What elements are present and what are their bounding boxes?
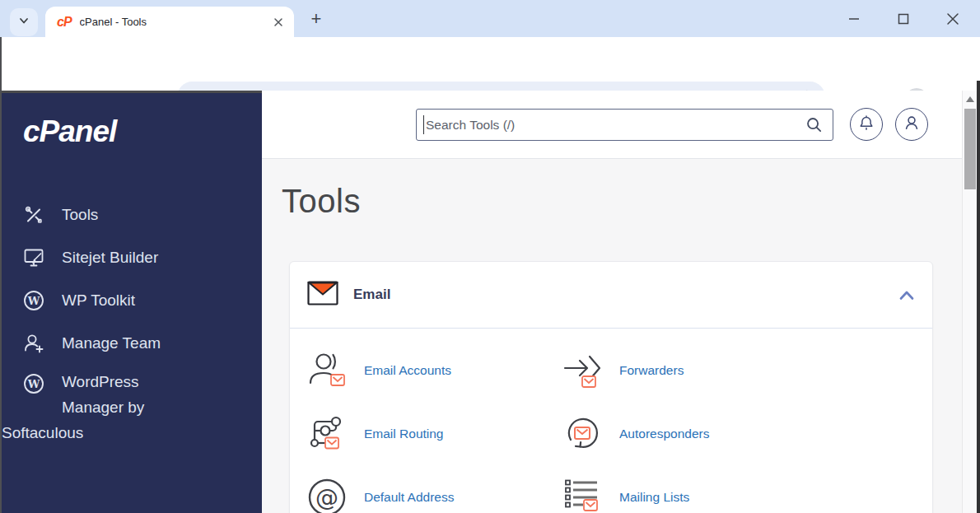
tab-title: cPanel - Tools bbox=[80, 16, 271, 28]
sidebar-nav: Tools Sitejet Builder W WP Toolkit bbox=[0, 194, 262, 452]
search-input[interactable] bbox=[416, 109, 833, 141]
window-left-edge bbox=[0, 37, 2, 513]
account-button[interactable] bbox=[895, 108, 928, 141]
bell-icon bbox=[857, 114, 875, 135]
sidebar-item-label: Sitejet Builder bbox=[62, 249, 158, 267]
window-close-button[interactable] bbox=[941, 7, 964, 30]
window-maximize-button[interactable] bbox=[892, 7, 915, 30]
sidebar-item-label-line1: WordPress bbox=[62, 369, 257, 394]
tools-grid: Email Accounts Forwarders bbox=[290, 329, 932, 513]
sidebar-item-tools[interactable]: Tools bbox=[0, 194, 262, 236]
sidebar-item-label-line2: Manager by bbox=[62, 394, 257, 420]
page-title: Tools bbox=[282, 183, 962, 220]
browser-window: cP cPanel - Tools + bbox=[0, 0, 980, 513]
tab-close-icon[interactable] bbox=[271, 15, 286, 30]
mailing-lists-icon bbox=[562, 478, 603, 513]
sidebar-item-wp-toolkit[interactable]: W WP Toolkit bbox=[0, 279, 262, 322]
tool-default-address[interactable]: @ Default Address bbox=[290, 465, 545, 513]
cpanel-favicon-icon: cP bbox=[57, 15, 72, 30]
search-field-wrap bbox=[416, 109, 833, 141]
tool-email-accounts[interactable]: Email Accounts bbox=[290, 338, 545, 402]
tool-label: Default Address bbox=[364, 490, 454, 505]
sidebar-item-label-line3: Softaculous bbox=[2, 420, 257, 445]
tool-forwarders[interactable]: Forwarders bbox=[545, 338, 932, 402]
main-area: Tools Email bbox=[262, 91, 962, 513]
tool-label: Autoresponders bbox=[619, 427, 709, 441]
cpanel-logo[interactable]: cPanel bbox=[23, 114, 116, 149]
tool-email-routing[interactable]: Email Routing bbox=[290, 402, 545, 465]
browser-toolbar: ahsanulkabir.com:2083/cpsess6228661865/f… bbox=[0, 37, 980, 91]
tools-icon bbox=[23, 204, 44, 226]
sidebar: cPanel Tools Sitejet Builder W bbox=[0, 91, 262, 513]
email-envelope-icon bbox=[307, 281, 338, 309]
cpanel-page: cPanel Tools Sitejet Builder W bbox=[0, 91, 980, 513]
user-icon bbox=[903, 114, 921, 135]
sidebar-item-label: Tools bbox=[62, 206, 98, 224]
page-header bbox=[262, 91, 962, 159]
section-label: Email bbox=[353, 287, 390, 303]
scrollbar-up-arrow[interactable] bbox=[966, 96, 974, 102]
wordpress-icon: W bbox=[23, 373, 44, 394]
email-accounts-icon bbox=[306, 351, 348, 390]
manage-team-icon bbox=[23, 333, 44, 354]
autoresponders-icon bbox=[562, 414, 603, 454]
window-minimize-button[interactable] bbox=[842, 7, 866, 30]
chevron-down-icon bbox=[18, 15, 30, 30]
sidebar-item-wordpress-manager[interactable]: W WordPress Manager by Softaculous bbox=[0, 365, 262, 452]
page-scrollbar[interactable] bbox=[962, 91, 977, 513]
new-tab-button[interactable]: + bbox=[305, 7, 328, 30]
collapse-section-button[interactable] bbox=[899, 290, 914, 301]
scrollbar-thumb[interactable] bbox=[964, 109, 976, 189]
sidebar-item-label: Manage Team bbox=[62, 334, 161, 352]
sidebar-item-label: WP Toolkit bbox=[62, 291, 135, 310]
sidebar-item-sitejet-builder[interactable]: Sitejet Builder bbox=[0, 236, 262, 279]
sitejet-builder-icon bbox=[23, 247, 44, 268]
default-address-icon: @ bbox=[306, 476, 348, 513]
sidebar-item-manage-team[interactable]: Manage Team bbox=[0, 322, 262, 365]
tool-label: Email Accounts bbox=[364, 363, 451, 378]
tool-label: Email Routing bbox=[364, 427, 444, 441]
wordpress-icon: W bbox=[23, 290, 44, 311]
browser-tab[interactable]: cP cPanel - Tools bbox=[45, 7, 294, 37]
content-area: Tools Email bbox=[262, 160, 962, 513]
tool-mailing-lists[interactable]: Mailing Lists bbox=[545, 465, 932, 513]
tab-strip: cP cPanel - Tools + bbox=[0, 0, 980, 37]
svg-text:W: W bbox=[27, 295, 40, 307]
svg-text:W: W bbox=[27, 378, 40, 390]
email-section-header[interactable]: Email bbox=[290, 262, 932, 329]
email-routing-icon bbox=[306, 414, 348, 454]
tool-label: Forwarders bbox=[619, 363, 684, 378]
window-right-edge bbox=[977, 81, 980, 513]
tab-search-button[interactable] bbox=[10, 8, 38, 36]
tool-autoresponders[interactable]: Autoresponders bbox=[545, 402, 932, 465]
notifications-button[interactable] bbox=[850, 108, 883, 141]
svg-text:@: @ bbox=[315, 484, 338, 511]
forwarders-icon bbox=[562, 351, 603, 390]
tool-label: Mailing Lists bbox=[619, 490, 689, 505]
email-section-card: Email Email Accounts bbox=[289, 261, 933, 513]
